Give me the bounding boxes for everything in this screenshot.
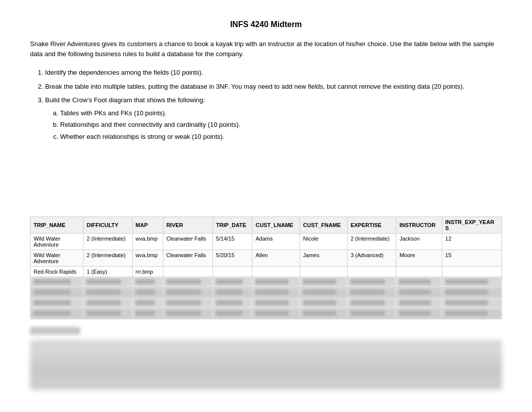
cell-blurred bbox=[132, 298, 163, 309]
footer-blurred-section bbox=[30, 327, 502, 390]
col-trip-date: TRIP_DATE bbox=[213, 217, 252, 234]
cell-instructor bbox=[396, 267, 442, 277]
cell-trip-date: 5/14/15 bbox=[213, 234, 252, 250]
cell-cust-fname: Nicole bbox=[300, 234, 348, 250]
cell-blurred bbox=[213, 298, 252, 309]
cell-difficulty: 2 (Intermediate) bbox=[84, 250, 133, 267]
table-row-blurred bbox=[31, 298, 502, 309]
cell-blurred bbox=[442, 288, 501, 298]
cell-blurred bbox=[213, 277, 252, 288]
cell-river: Clearwater Falls bbox=[163, 250, 212, 267]
data-table: TRIP_NAME DIFFICULTY MAP RIVER TRIP_DATE… bbox=[30, 217, 502, 319]
page-container: INFS 4240 Midterm Snake River Adventures… bbox=[0, 0, 532, 400]
cell-blurred bbox=[442, 298, 501, 309]
cell-blurred bbox=[300, 277, 348, 288]
cell-blurred bbox=[132, 309, 163, 319]
cell-cust-fname: James bbox=[300, 250, 348, 267]
cell-map: rrr.bmp bbox=[132, 267, 163, 277]
table-section: TRIP_NAME DIFFICULTY MAP RIVER TRIP_DATE… bbox=[30, 217, 502, 319]
numbered-list: Identify the dependencies among the fiel… bbox=[45, 68, 502, 141]
cell-river: Clearwater Falls bbox=[163, 234, 212, 250]
cell-blurred bbox=[252, 309, 300, 319]
footer-blurred-content bbox=[30, 340, 502, 390]
col-difficulty: DIFFICULTY bbox=[84, 217, 133, 234]
cell-cust-lname bbox=[252, 267, 300, 277]
cell-blurred bbox=[84, 309, 133, 319]
lettered-item-b: Relationships and their connectivity and… bbox=[60, 120, 502, 130]
cell-blurred bbox=[396, 298, 442, 309]
cell-blurred bbox=[396, 309, 442, 319]
cell-blurred bbox=[396, 277, 442, 288]
cell-trip-date bbox=[213, 267, 252, 277]
spacer bbox=[30, 151, 502, 212]
cell-blurred bbox=[31, 288, 84, 298]
table-header-row: TRIP_NAME DIFFICULTY MAP RIVER TRIP_DATE… bbox=[31, 217, 502, 234]
table-row-blurred bbox=[31, 288, 502, 298]
cell-blurred bbox=[163, 309, 212, 319]
cell-blurred bbox=[31, 309, 84, 319]
cell-trip-name: Wild WaterAdventure bbox=[31, 234, 84, 250]
col-instructor: INSTRUCTOR bbox=[396, 217, 442, 234]
cell-blurred bbox=[396, 288, 442, 298]
cell-blurred bbox=[300, 309, 348, 319]
cell-expertise: 2 (Intermediate) bbox=[347, 234, 396, 250]
cell-blurred bbox=[347, 288, 396, 298]
cell-map: wva.bmp bbox=[132, 250, 163, 267]
cell-blurred bbox=[213, 288, 252, 298]
lettered-item-a: Tables with PKs and FKs (10 points). bbox=[60, 108, 502, 118]
cell-blurred bbox=[31, 298, 84, 309]
cell-difficulty: 1 (Easy) bbox=[84, 267, 133, 277]
cell-instructor: Moore bbox=[396, 250, 442, 267]
cell-instr-exp-years: 12 bbox=[442, 234, 501, 250]
cell-blurred bbox=[84, 277, 133, 288]
cell-expertise bbox=[347, 267, 396, 277]
cell-blurred bbox=[442, 277, 501, 288]
cell-trip-date: 5/20/15 bbox=[213, 250, 252, 267]
cell-blurred bbox=[300, 298, 348, 309]
table-row-blurred bbox=[31, 277, 502, 288]
cell-blurred bbox=[300, 288, 348, 298]
cell-blurred bbox=[347, 277, 396, 288]
col-expertise: EXPERTISE bbox=[347, 217, 396, 234]
table-row: Red Rock Rapids 1 (Easy) rrr.bmp bbox=[31, 267, 502, 277]
numbered-item-1: Identify the dependencies among the fiel… bbox=[45, 68, 502, 78]
cell-difficulty: 2 (Intermediate) bbox=[84, 234, 133, 250]
cell-blurred bbox=[347, 298, 396, 309]
cell-expertise: 3 (Advanced) bbox=[347, 250, 396, 267]
lettered-list: Tables with PKs and FKs (10 points). Rel… bbox=[60, 108, 502, 142]
col-trip-name: TRIP_NAME bbox=[31, 217, 84, 234]
cell-cust-fname bbox=[300, 267, 348, 277]
cell-blurred bbox=[347, 309, 396, 319]
numbered-item-2: Break the table into multiple tables, pu… bbox=[45, 82, 502, 92]
cell-blurred bbox=[252, 277, 300, 288]
cell-blurred bbox=[163, 298, 212, 309]
intro-paragraph: Snake River Adventures gives its custome… bbox=[30, 39, 502, 59]
cell-blurred bbox=[252, 298, 300, 309]
cell-blurred bbox=[442, 309, 501, 319]
page-title: INFS 4240 Midterm bbox=[30, 20, 502, 29]
table-row: Wild WaterAdventure 2 (Intermediate) wva… bbox=[31, 234, 502, 250]
cell-blurred bbox=[163, 288, 212, 298]
cell-blurred bbox=[132, 277, 163, 288]
cell-blurred bbox=[31, 277, 84, 288]
table-row: Wild WaterAdventure 2 (Intermediate) wva… bbox=[31, 250, 502, 267]
footer-blurred-title bbox=[30, 327, 80, 335]
cell-river bbox=[163, 267, 212, 277]
cell-cust-lname: Allen bbox=[252, 250, 300, 267]
table-row-blurred bbox=[31, 309, 502, 319]
cell-cust-lname: Adams bbox=[252, 234, 300, 250]
cell-blurred bbox=[132, 288, 163, 298]
numbered-item-3: Build the Crow’s Foot diagram that shows… bbox=[45, 95, 502, 141]
col-map: MAP bbox=[132, 217, 163, 234]
lettered-item-c: Whether each relationships is strong or … bbox=[60, 132, 502, 142]
cell-blurred bbox=[84, 288, 133, 298]
col-river: RIVER bbox=[163, 217, 212, 234]
cell-instructor: Jackson bbox=[396, 234, 442, 250]
cell-map: wva.bmp bbox=[132, 234, 163, 250]
cell-instr-exp-years bbox=[442, 267, 501, 277]
cell-blurred bbox=[213, 309, 252, 319]
cell-instr-exp-years: 15 bbox=[442, 250, 501, 267]
cell-blurred bbox=[252, 288, 300, 298]
col-instr-exp-years: INSTR_EXP_YEARS bbox=[442, 217, 501, 234]
cell-trip-name: Red Rock Rapids bbox=[31, 267, 84, 277]
